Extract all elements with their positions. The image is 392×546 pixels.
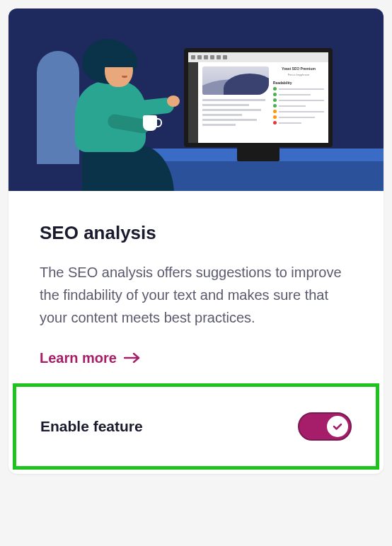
- person-illustration: [58, 40, 164, 191]
- arrow-right-icon: [124, 351, 141, 366]
- check-icon: [332, 421, 343, 432]
- monitor-illustration: Yoast SEO Premium Focus keyphrase Readab…: [184, 48, 333, 147]
- card-description: The SEO analysis offers suggestions to i…: [40, 261, 352, 329]
- learn-more-link[interactable]: Learn more: [40, 350, 141, 366]
- enable-feature-label: Enable feature: [40, 418, 143, 435]
- card-title: SEO analysis: [40, 222, 352, 244]
- enable-feature-section: Enable feature: [13, 383, 379, 470]
- monitor-brand-text: Yoast SEO Premium: [273, 66, 324, 71]
- monitor-readability-heading: Readability: [273, 81, 324, 85]
- feature-card: Yoast SEO Premium Focus keyphrase Readab…: [8, 8, 384, 474]
- card-illustration: Yoast SEO Premium Focus keyphrase Readab…: [8, 8, 384, 191]
- learn-more-label: Learn more: [40, 350, 117, 366]
- monitor-sub-text: Focus keyphrase: [273, 73, 324, 76]
- enable-feature-toggle[interactable]: [298, 412, 352, 441]
- toggle-knob: [327, 416, 348, 437]
- card-body: SEO analysis The SEO analysis offers sug…: [8, 191, 384, 383]
